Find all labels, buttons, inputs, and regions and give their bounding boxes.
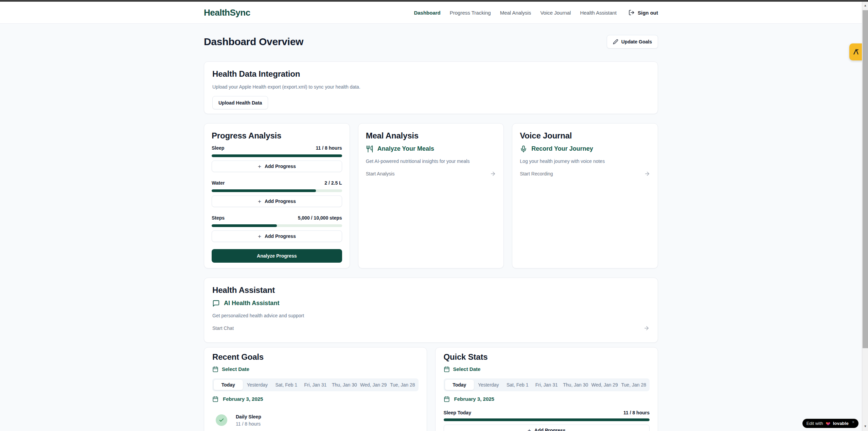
plus-icon: + — [258, 233, 261, 239]
meal-analysis-card: Meal Analysis Analyze Your Meals Get AI-… — [358, 123, 504, 268]
nav-item-meal-analysis[interactable]: Meal Analysis — [500, 10, 531, 16]
dashboard-main: Dashboard Overview Update Goals Health D… — [204, 24, 658, 431]
health-data-integration-title: Health Data Integration — [212, 69, 650, 79]
sign-out-label: Sign out — [638, 10, 658, 16]
recent-goals-title: Recent Goals — [212, 352, 419, 362]
plus-icon: + — [258, 164, 261, 169]
pencil-icon — [613, 39, 618, 44]
recent-goals-select-date[interactable]: Select Date — [212, 365, 419, 373]
plus-icon: + — [258, 199, 261, 204]
analyze-your-meals-link[interactable]: Analyze Your Meals — [366, 144, 496, 153]
quick-stats-add-progress-button[interactable]: + Add Progress — [444, 425, 650, 431]
scrollbar-down-arrow[interactable]: ▼ — [862, 424, 868, 429]
water-progress-bar — [212, 189, 342, 192]
tab-yesterday[interactable]: Yesterday — [243, 380, 272, 390]
arrow-right-icon — [643, 325, 650, 331]
water-add-progress-button[interactable]: + Add Progress — [212, 195, 342, 207]
microphone-icon — [520, 145, 527, 153]
nav-item-dashboard[interactable]: Dashboard — [414, 10, 440, 16]
plus-icon: + — [528, 428, 531, 431]
meal-analysis-description: Get AI-powered nutritional insights for … — [366, 158, 496, 165]
steps-value: 5,000 / 10,000 steps — [298, 214, 342, 221]
recent-goals-date-tabs: Today Yesterday Sat, Feb 1 Fri, Jan 31 T… — [212, 378, 419, 391]
steps-metric: Steps 5,000 / 10,000 steps + Add Progres… — [212, 214, 342, 242]
sleep-progress-fill — [212, 154, 342, 157]
water-label: Water — [212, 180, 225, 186]
upload-health-data-button[interactable]: Upload Health Data — [212, 96, 268, 109]
calendar-icon — [444, 396, 450, 402]
sleep-add-progress-button[interactable]: + Add Progress — [212, 161, 342, 172]
bottom-card-row: Recent Goals Select Date Today Yesterday… — [204, 347, 658, 431]
quick-stats-current-date: February 3, 2025 — [444, 395, 650, 403]
steps-add-progress-button[interactable]: + Add Progress — [212, 230, 342, 242]
tab-wed-jan-29[interactable]: Wed, Jan 29 — [590, 380, 619, 390]
water-value: 2 / 2.5 L — [324, 180, 342, 186]
sleep-today-progress-bar — [444, 418, 650, 421]
sleep-label: Sleep — [212, 145, 224, 151]
edit-with-lovable-badge[interactable]: Edit with lovable × — [802, 419, 858, 428]
app-logo[interactable]: HealthSync — [204, 7, 250, 18]
vertical-scrollbar[interactable]: ▲ ▼ — [862, 0, 868, 431]
close-icon[interactable]: × — [852, 420, 854, 425]
sleep-today-label: Sleep Today — [444, 409, 471, 416]
tab-today[interactable]: Today — [445, 380, 474, 390]
scrollbar-up-arrow[interactable]: ▲ — [862, 3, 868, 8]
tab-fri-jan-31[interactable]: Fri, Jan 31 — [532, 380, 561, 390]
sign-out-button[interactable]: Sign out — [628, 10, 658, 16]
health-assistant-title: Health Assistant — [212, 285, 650, 296]
update-goals-button[interactable]: Update Goals — [607, 35, 658, 49]
health-data-integration-card: Health Data Integration Upload your Appl… — [204, 61, 658, 114]
scrollbar-thumb[interactable] — [863, 10, 868, 348]
lovable-logo-icon — [852, 48, 860, 56]
quick-stats-date-tabs: Today Yesterday Sat, Feb 1 Fri, Jan 31 T… — [444, 378, 650, 391]
health-assistant-card: Health Assistant AI Health Assistant Get… — [204, 278, 658, 343]
steps-progress-bar — [212, 224, 342, 227]
tab-fri-jan-31[interactable]: Fri, Jan 31 — [301, 380, 330, 390]
tab-thu-jan-30[interactable]: Thu, Jan 30 — [330, 380, 359, 390]
start-chat-action[interactable]: Start Chat — [212, 325, 650, 332]
lovable-editor-fab[interactable] — [849, 43, 863, 60]
record-your-journey-link[interactable]: Record Your Journey — [520, 144, 650, 153]
quick-stats-title: Quick Stats — [444, 352, 650, 362]
health-assistant-description: Get personalized health advice and suppo… — [212, 312, 650, 319]
nav-item-health-assistant[interactable]: Health Assistant — [580, 10, 617, 16]
calendar-icon — [444, 366, 450, 372]
tab-tue-jan-28[interactable]: Tue, Jan 28 — [619, 380, 649, 390]
analyze-progress-button[interactable]: Analyze Progress — [212, 249, 342, 263]
progress-analysis-title: Progress Analysis — [212, 130, 342, 141]
tab-today[interactable]: Today — [214, 380, 243, 390]
sleep-today-progress-fill — [444, 418, 650, 421]
tab-sat-feb-1[interactable]: Sat, Feb 1 — [272, 380, 301, 390]
main-nav: Dashboard Progress Tracking Meal Analysi… — [414, 10, 658, 16]
app-header: HealthSync Dashboard Progress Tracking M… — [0, 2, 862, 24]
sleep-metric: Sleep 11 / 8 hours + Add Progress — [212, 145, 342, 172]
start-recording-action[interactable]: Start Recording — [520, 170, 650, 177]
tab-yesterday[interactable]: Yesterday — [474, 380, 503, 390]
tab-sat-feb-1[interactable]: Sat, Feb 1 — [503, 380, 532, 390]
check-circle-icon — [216, 414, 227, 426]
chat-bubble-icon — [212, 300, 220, 307]
utensils-icon — [366, 145, 373, 153]
browser-chrome-strip — [0, 0, 868, 2]
goal-list-item: Daily Sleep 11 / 8 hours — [212, 413, 419, 427]
feature-card-row: Progress Analysis Sleep 11 / 8 hours + A… — [204, 123, 658, 268]
nav-item-progress-tracking[interactable]: Progress Tracking — [450, 10, 491, 16]
steps-label: Steps — [212, 214, 225, 221]
quick-stats-select-date[interactable]: Select Date — [444, 365, 650, 373]
heart-icon — [826, 421, 831, 426]
nav-item-voice-journal[interactable]: Voice Journal — [540, 10, 571, 16]
voice-journal-description: Log your health journey with voice notes — [520, 158, 650, 165]
water-metric: Water 2 / 2.5 L + Add Progress — [212, 180, 342, 207]
sleep-today-value: 11 / 8 hours — [623, 409, 650, 416]
recent-goals-card: Recent Goals Select Date Today Yesterday… — [204, 347, 427, 431]
tab-thu-jan-30[interactable]: Thu, Jan 30 — [561, 380, 590, 390]
water-progress-fill — [212, 189, 316, 192]
tab-wed-jan-29[interactable]: Wed, Jan 29 — [359, 380, 388, 390]
goal-progress-text: 11 / 8 hours — [236, 421, 261, 427]
recent-goals-current-date: February 3, 2025 — [212, 395, 419, 403]
tab-tue-jan-28[interactable]: Tue, Jan 28 — [388, 380, 417, 390]
goal-name: Daily Sleep — [236, 413, 261, 420]
start-analysis-action[interactable]: Start Analysis — [366, 170, 496, 177]
quick-stats-card: Quick Stats Select Date Today Yesterday … — [435, 347, 658, 431]
ai-health-assistant-link[interactable]: AI Health Assistant — [212, 299, 650, 308]
